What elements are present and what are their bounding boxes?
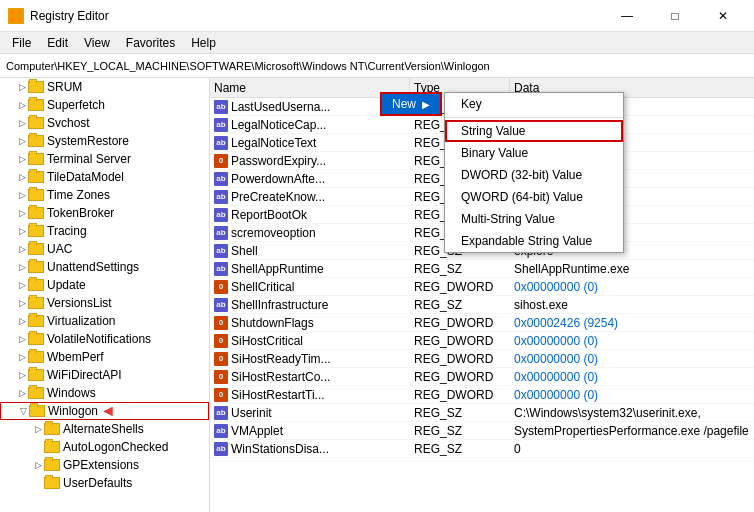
tree-item-volnotif[interactable]: ▷ VolatileNotifications <box>0 330 209 348</box>
tree-item-windows[interactable]: ▷ Windows <box>0 384 209 402</box>
tree-arrow: ▷ <box>16 118 28 128</box>
folder-icon <box>28 297 44 309</box>
folder-icon <box>28 81 44 93</box>
tree-arrow: ▷ <box>16 388 28 398</box>
cell-type: REG_DWORD <box>410 370 510 384</box>
table-row[interactable]: abWinStationsDisa... REG_SZ 0 <box>210 440 754 458</box>
cell-name: abShellInfrastructure <box>210 298 410 312</box>
cell-data: 0x00000000 (0) <box>510 388 754 402</box>
tree-arrow: ▷ <box>16 82 28 92</box>
cell-name: abUserinit <box>210 406 410 420</box>
tree-item-tokenbroker[interactable]: ▷ TokenBroker <box>0 204 209 222</box>
title-bar-left: Registry Editor <box>8 8 109 24</box>
table-row[interactable]: abShellInfrastructure REG_SZ sihost.exe <box>210 296 754 314</box>
reg-sz-icon: ab <box>214 244 228 258</box>
menu-item-string-value[interactable]: String Value <box>445 120 623 142</box>
tree-item-terminal-server[interactable]: ▷ Terminal Server <box>0 150 209 168</box>
tree-item-update[interactable]: ▷ Update <box>0 276 209 294</box>
cell-data: 0x00000000 (0) <box>510 370 754 384</box>
menu-item-binary-value[interactable]: Binary Value <box>445 142 623 164</box>
tree-item-winlogon[interactable]: ▽ Winlogon ◄ <box>0 402 209 420</box>
folder-icon <box>28 153 44 165</box>
cell-type: REG_DWORD <box>410 352 510 366</box>
tree-arrow: ▷ <box>16 190 28 200</box>
tree-item-virtualization[interactable]: ▷ Virtualization <box>0 312 209 330</box>
table-row[interactable]: abVMApplet REG_SZ SystemPropertiesPerfor… <box>210 422 754 440</box>
tree-arrow: ▷ <box>16 154 28 164</box>
tree-item-tiledatamodel[interactable]: ▷ TileDataModel <box>0 168 209 186</box>
tree-item-gpextensions[interactable]: ▷ GPExtensions <box>0 456 209 474</box>
cell-data: sihost.exe <box>510 298 754 312</box>
context-menu-overlay: New ▶ Key String Value Binary Value DWOR… <box>380 92 624 253</box>
tree-item-uac[interactable]: ▷ UAC <box>0 240 209 258</box>
minimize-button[interactable]: — <box>604 6 650 26</box>
table-row[interactable]: abUserinit REG_SZ C:\Windows\system32\us… <box>210 404 754 422</box>
menu-item-multistring-value[interactable]: Multi-String Value <box>445 208 623 230</box>
tree-arrow: ▷ <box>16 352 28 362</box>
new-button[interactable]: New ▶ <box>380 92 442 116</box>
table-row[interactable]: 0SiHostReadyTim... REG_DWORD 0x00000000 … <box>210 350 754 368</box>
folder-icon <box>28 207 44 219</box>
tree-item-versionslist[interactable]: ▷ VersionsList <box>0 294 209 312</box>
cell-type: REG_SZ <box>410 442 510 456</box>
tree-item-systemrestore[interactable]: ▷ SystemRestore <box>0 132 209 150</box>
table-row[interactable]: 0SiHostCritical REG_DWORD 0x00000000 (0) <box>210 332 754 350</box>
tree-arrow: ▷ <box>16 136 28 146</box>
tree-arrow: ▷ <box>16 370 28 380</box>
cell-data: 0 <box>510 442 754 456</box>
tree-item-autologon[interactable]: ▷ AutoLogonChecked <box>0 438 209 456</box>
cell-type: REG_DWORD <box>410 334 510 348</box>
table-row[interactable]: 0SiHostRestartTi... REG_DWORD 0x00000000… <box>210 386 754 404</box>
window-controls: — □ ✕ <box>604 6 746 26</box>
folder-icon <box>28 171 44 183</box>
menu-item-key[interactable]: Key <box>445 93 623 115</box>
table-row[interactable]: 0ShellCritical REG_DWORD 0x00000000 (0) <box>210 278 754 296</box>
cell-name: 0ShellCritical <box>210 280 410 294</box>
tree-item-wifidirect[interactable]: ▷ WiFiDirectAPI <box>0 366 209 384</box>
cell-type: REG_DWORD <box>410 280 510 294</box>
reg-dword-icon: 0 <box>214 280 228 294</box>
tree-arrow: ▷ <box>16 262 28 272</box>
tree-item-srum[interactable]: ▷ SRUM <box>0 78 209 96</box>
menu-favorites[interactable]: Favorites <box>118 34 183 52</box>
cell-type: REG_SZ <box>410 298 510 312</box>
folder-icon <box>28 99 44 111</box>
tree-panel[interactable]: ▷ SRUM ▷ Superfetch ▷ Svchost ▷ SystemRe… <box>0 78 210 512</box>
cell-name: abShellAppRuntime <box>210 262 410 276</box>
tree-item-wbemperf[interactable]: ▷ WbemPerf <box>0 348 209 366</box>
menu-help[interactable]: Help <box>183 34 224 52</box>
reg-sz-icon: ab <box>214 406 228 420</box>
address-bar: Computer\HKEY_LOCAL_MACHINE\SOFTWARE\Mic… <box>0 54 754 78</box>
cell-type: REG_SZ <box>410 406 510 420</box>
table-row[interactable]: 0SiHostRestartCo... REG_DWORD 0x00000000… <box>210 368 754 386</box>
svg-rect-1 <box>17 10 22 15</box>
tree-item-timezones[interactable]: ▷ Time Zones <box>0 186 209 204</box>
menu-item-expandable-value[interactable]: Expandable String Value <box>445 230 623 252</box>
maximize-button[interactable]: □ <box>652 6 698 26</box>
menu-edit[interactable]: Edit <box>39 34 76 52</box>
menu-view[interactable]: View <box>76 34 118 52</box>
menu-item-qword-value[interactable]: QWORD (64-bit) Value <box>445 186 623 208</box>
tree-item-tracing[interactable]: ▷ Tracing <box>0 222 209 240</box>
cell-name: 0SiHostRestartCo... <box>210 370 410 384</box>
table-row[interactable]: abShellAppRuntime REG_SZ ShellAppRuntime… <box>210 260 754 278</box>
selection-arrow: ◄ <box>100 402 116 420</box>
tree-item-unattend[interactable]: ▷ UnattendSettings <box>0 258 209 276</box>
folder-icon <box>28 261 44 273</box>
menu-file[interactable]: File <box>4 34 39 52</box>
menu-item-dword-value[interactable]: DWORD (32-bit) Value <box>445 164 623 186</box>
close-button[interactable]: ✕ <box>700 6 746 26</box>
table-row[interactable]: 0ShutdownFlags REG_DWORD 0x00002426 (925… <box>210 314 754 332</box>
tree-item-userdefaults[interactable]: ▷ UserDefaults <box>0 474 209 492</box>
svg-rect-0 <box>10 10 15 15</box>
cell-name: abVMApplet <box>210 424 410 438</box>
folder-icon <box>44 423 60 435</box>
reg-dword-icon: 0 <box>214 334 228 348</box>
tree-item-svchost[interactable]: ▷ Svchost <box>0 114 209 132</box>
tree-item-superfetch[interactable]: ▷ Superfetch <box>0 96 209 114</box>
folder-icon <box>28 225 44 237</box>
tree-item-alternateshells[interactable]: ▷ AlternateShells <box>0 420 209 438</box>
cell-data: SystemPropertiesPerformance.exe /pagefil… <box>510 424 754 438</box>
menu-separator <box>445 117 623 118</box>
cell-type: REG_DWORD <box>410 388 510 402</box>
